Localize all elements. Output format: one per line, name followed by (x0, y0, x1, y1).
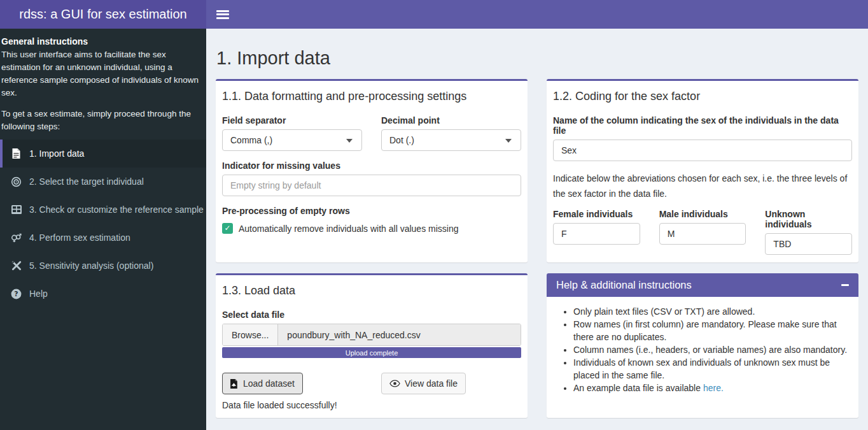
box-sex-coding: 1.2. Coding for the sex factor Name of t… (547, 79, 858, 262)
sidebar-item-label: Help (29, 289, 48, 299)
sidebar-item-label: 3. Check or customize the reference samp… (29, 204, 204, 215)
example-file-link[interactable]: here. (703, 383, 724, 393)
sidebar-item-sex-estimation[interactable]: 4. Perform sex estimation (0, 224, 206, 252)
field-separator-select[interactable]: Comma (,) (222, 129, 362, 151)
field-separator-value: Comma (,) (230, 135, 272, 145)
sidebar-toggle-icon[interactable] (216, 10, 229, 19)
decimal-point-select[interactable]: Dot (.) (381, 129, 521, 151)
help-bullet: Row names (in first column) are mandator… (573, 318, 849, 343)
male-input[interactable] (659, 223, 746, 245)
eye-icon (389, 380, 400, 387)
sidebar-item-sensitivity-analysis[interactable]: 5. Sensitivity analysis (optional) (0, 252, 206, 280)
sidebar-item-label: 2. Select the target individual (29, 176, 144, 187)
abbreviations-note: Indicate below the abreviations chosen f… (553, 171, 852, 201)
sex-column-input[interactable] (553, 140, 852, 161)
box-title: 1.1. Data formatting and pre-processing … (222, 90, 521, 103)
file-input: Browse... poundbury_with_NA_reduced.csv (222, 324, 521, 346)
sidebar-item-label: 4. Perform sex estimation (29, 233, 130, 243)
top-header: rdss: a GUI for sex estimation (0, 0, 868, 29)
collapse-minus-icon[interactable] (841, 284, 849, 286)
box-help-instructions: Help & additional instructions Only plai… (547, 273, 858, 418)
missing-values-label: Indicator for missing values (222, 161, 521, 171)
upload-progress-bar: Upload complete (222, 347, 521, 358)
sidebar-instructions: General instructions This user interface… (0, 29, 206, 133)
sidebar-item-select-target[interactable]: 2. Select the target individual (0, 168, 206, 196)
browse-button[interactable]: Browse... (223, 324, 278, 345)
main-content: 1. Import data 1.1. Data formatting and … (206, 29, 868, 430)
male-label: Male individuals (659, 209, 746, 219)
file-upload-icon (230, 379, 239, 389)
sidebar-item-help[interactable]: ? Help (0, 280, 206, 308)
box-load-data: 1.3. Load data Select data file Browse..… (216, 273, 528, 418)
box-title: 1.3. Load data (222, 284, 521, 297)
missing-values-input[interactable] (222, 175, 521, 196)
female-label: Female individuals (553, 209, 640, 219)
help-bullet: Column names (i.e., headers, or variable… (573, 343, 849, 356)
help-box-header: Help & additional instructions (547, 273, 858, 297)
view-data-file-label: View data file (405, 378, 458, 389)
preprocessing-label: Pre-processing of empty rows (222, 206, 521, 216)
sidebar: General instructions This user interface… (0, 29, 206, 430)
instructions-title: General instructions (1, 36, 88, 47)
page-title: 1. Import data (216, 48, 858, 68)
field-separator-label: Field separator (222, 115, 362, 125)
sidebar-item-import-data[interactable]: 1. Import data (0, 140, 206, 168)
tools-icon (11, 261, 22, 271)
selected-filename: poundbury_with_NA_reduced.csv (278, 324, 521, 345)
help-bullet-example: An example data file is available here. (573, 382, 849, 394)
question-circle-icon: ? (11, 289, 22, 299)
sidebar-item-label: 5. Sensitivity analysis (optional) (29, 261, 153, 271)
chevron-down-icon (505, 139, 512, 143)
instructions-paragraph-1: This user interface aims to facilitate t… (1, 48, 201, 99)
select-data-file-label: Select data file (222, 310, 521, 320)
decimal-point-label: Decimal point (381, 115, 521, 125)
unknown-label: Unknown individuals (765, 209, 852, 229)
venus-mars-icon (11, 233, 22, 243)
checkbox-label: Automatically remove individuals with al… (239, 224, 458, 234)
load-dataset-button[interactable]: Load dataset (222, 373, 303, 394)
help-bullet: Individuals of known sex and individuals… (573, 356, 849, 382)
help-box-body: Only plain text files (CSV or TXT) are a… (547, 297, 858, 404)
checkbox-check-icon: ✓ (222, 223, 233, 234)
load-status-text: Data file loaded successfully! (222, 400, 521, 410)
sidebar-item-reference-sample[interactable]: 3. Check or customize the reference samp… (0, 196, 206, 224)
chevron-down-icon (346, 139, 353, 143)
sidebar-menu: 1. Import data 2. Select the target indi… (0, 140, 206, 308)
sex-column-label: Name of the column indicating the sex of… (553, 115, 852, 136)
file-icon (11, 148, 22, 159)
svg-text:?: ? (14, 290, 18, 298)
box-data-formatting: 1.1. Data formatting and pre-processing … (216, 79, 528, 262)
example-file-text: An example data file is available (573, 383, 703, 393)
app-window: rdss: a GUI for sex estimation General i… (0, 0, 868, 430)
bullseye-icon (11, 176, 22, 187)
view-data-file-button[interactable]: View data file (381, 373, 466, 394)
help-bullet: Only plain text files (CSV or TXT) are a… (573, 305, 849, 318)
navbar (206, 0, 868, 29)
help-box-title: Help & additional instructions (556, 279, 692, 291)
load-dataset-label: Load dataset (243, 378, 295, 389)
instructions-paragraph-2: To get a sex estimate, simply proceed th… (1, 108, 201, 133)
female-input[interactable] (553, 223, 640, 245)
box-title: 1.2. Coding for the sex factor (553, 90, 852, 103)
unknown-input[interactable] (765, 233, 852, 255)
sidebar-item-label: 1. Import data (29, 148, 84, 159)
remove-empty-rows-checkbox[interactable]: ✓ Automatically remove individuals with … (222, 223, 521, 234)
decimal-point-value: Dot (.) (389, 135, 414, 145)
app-title: rdss: a GUI for sex estimation (0, 0, 206, 29)
table-icon (11, 204, 22, 215)
